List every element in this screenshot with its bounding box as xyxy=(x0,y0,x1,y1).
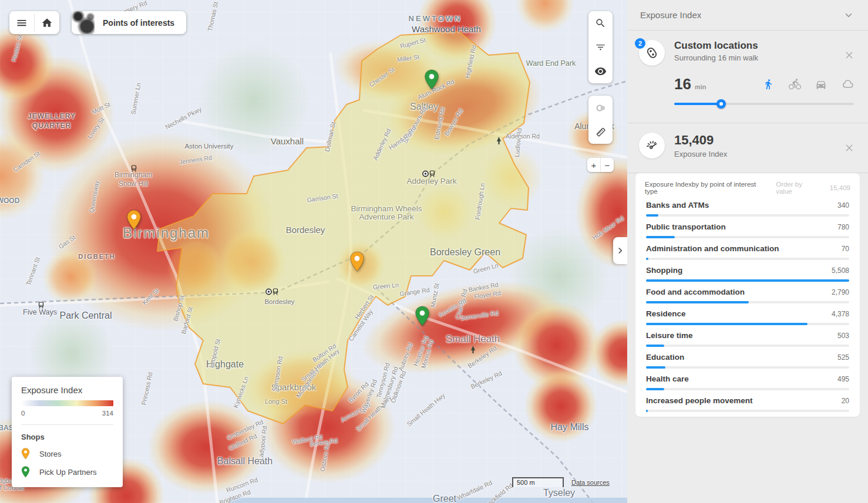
legend-gradient-bar xyxy=(21,400,113,406)
map-canvas[interactable]: NEWTOWNWashwood HeathWard End ParkSaltle… xyxy=(0,0,627,503)
store-pin[interactable] xyxy=(350,251,365,272)
car-icon xyxy=(815,79,827,90)
filter-button[interactable] xyxy=(588,35,613,59)
pins-cluster-icon xyxy=(645,46,659,60)
poi-progress-fill xyxy=(646,410,648,412)
map-legend: Exposure Index 0 314 Shops StoresPick Up… xyxy=(12,377,123,487)
order-by-value[interactable]: Order by value xyxy=(776,181,818,195)
legend-item: Pick Up Partners xyxy=(21,466,113,478)
custom-locations-section: 2 Custom locations Surrounding 16 min wa… xyxy=(627,31,868,123)
toggle-layers-button[interactable] xyxy=(588,96,613,120)
minutes-value: 16 xyxy=(674,75,691,93)
poi-row[interactable]: Food and accommodation2,790 xyxy=(645,282,850,303)
exposure-stat-section: 15,409 Exposure Index xyxy=(627,123,868,173)
poi-label: Leisure time xyxy=(646,331,837,340)
poi-value: 780 xyxy=(837,223,849,231)
bike-mode-button[interactable] xyxy=(788,78,801,91)
filter-icon xyxy=(595,42,606,53)
cloud-icon xyxy=(842,78,854,90)
poi-row[interactable]: Residence4,378 xyxy=(645,303,850,325)
legend-item-label: Stores xyxy=(39,450,62,458)
side-panel: Exposure Index 2 Custom locations Surrou… xyxy=(627,0,868,503)
poi-label: Administration and communication xyxy=(646,244,842,253)
map-toolbar xyxy=(9,11,59,34)
cloud-mode-button[interactable] xyxy=(841,78,854,91)
minutes-unit: min xyxy=(695,83,706,90)
poi-label: Increased people movement xyxy=(646,396,842,405)
pin-icon xyxy=(21,448,30,460)
close-icon xyxy=(845,50,854,60)
exposure-index-value: 15,409 xyxy=(674,133,854,148)
poi-row[interactable]: Shopping5,508 xyxy=(645,260,850,282)
pickup-partner-pin[interactable] xyxy=(415,306,430,326)
poi-value: 4,378 xyxy=(832,310,849,318)
poi-row[interactable]: Education525 xyxy=(645,347,850,369)
search-icon xyxy=(595,18,606,29)
active-layer-chip[interactable]: Points of interests xyxy=(72,11,186,34)
zoom-control: + − xyxy=(587,158,614,172)
car-mode-button[interactable] xyxy=(815,78,827,91)
slider-thumb[interactable] xyxy=(716,99,726,109)
poi-row[interactable]: Health care495 xyxy=(645,369,850,390)
poi-row[interactable]: Administration and communication70 xyxy=(645,238,850,260)
tree-icon xyxy=(496,137,502,144)
poi-list-card: Exposure Indexby by point of interest ty… xyxy=(635,173,860,417)
rail-station-icon xyxy=(38,302,45,309)
search-button[interactable] xyxy=(588,11,613,35)
layer-title: Points of interests xyxy=(95,18,186,28)
menu-button[interactable] xyxy=(9,11,34,34)
rail-station-icon xyxy=(422,170,436,178)
app: NEWTOWNWashwood HeathWard End ParkSaltle… xyxy=(0,0,868,503)
panel-collapse-handle[interactable] xyxy=(613,237,627,264)
poi-row[interactable]: Increased people movement20 xyxy=(645,390,850,412)
poi-row[interactable]: Public transportation780 xyxy=(645,217,850,238)
legend-title: Exposure Index xyxy=(21,385,113,395)
home-button[interactable] xyxy=(35,11,59,34)
poi-value: 2,790 xyxy=(832,288,849,296)
zoom-in-button[interactable]: + xyxy=(587,158,601,172)
poi-value: 5,508 xyxy=(832,266,849,275)
transport-modes xyxy=(762,78,854,91)
bike-icon xyxy=(789,78,801,90)
poi-row[interactable]: Leisure time503 xyxy=(645,325,850,347)
ruler-icon xyxy=(594,126,607,139)
home-icon xyxy=(41,17,53,29)
map-road-strip xyxy=(229,498,627,503)
walk-icon xyxy=(763,79,774,90)
close-exposure-stat-button[interactable] xyxy=(843,142,855,154)
poi-list-total: 15,409 xyxy=(830,184,850,191)
poi-label: Banks and ATMs xyxy=(646,201,837,210)
minutes-slider[interactable] xyxy=(674,99,854,109)
poi-value: 20 xyxy=(842,397,849,405)
exposure-stat-avatar xyxy=(639,133,665,158)
measure-button[interactable] xyxy=(588,120,613,144)
poi-value: 503 xyxy=(837,332,849,340)
chevron-right-icon xyxy=(616,247,624,255)
slider-fill xyxy=(674,103,721,105)
walk-mode-button[interactable] xyxy=(762,78,775,91)
visibility-button[interactable] xyxy=(588,59,613,83)
close-custom-locations-button[interactable] xyxy=(843,49,855,61)
store-pin[interactable] xyxy=(127,210,142,230)
gauge-icon xyxy=(645,139,659,153)
legend-max: 314 xyxy=(102,410,113,417)
custom-locations-title: Custom locations xyxy=(674,40,854,52)
panel-header[interactable]: Exposure Index xyxy=(627,0,868,31)
poi-value: 340 xyxy=(837,201,849,210)
pickup-partner-pin[interactable] xyxy=(425,69,439,90)
chevron-down-icon xyxy=(843,10,854,21)
poi-label: Education xyxy=(646,353,837,362)
poi-value: 525 xyxy=(837,353,849,362)
close-icon xyxy=(845,143,854,153)
pin-icon xyxy=(21,466,30,478)
poi-label: Residence xyxy=(646,309,832,318)
tree-icon xyxy=(470,346,476,353)
panel-title: Exposure Index xyxy=(640,10,843,20)
custom-locations-subtitle: Surrounding 16 min walk xyxy=(674,53,854,62)
legend-divider xyxy=(21,424,113,425)
zoom-out-button[interactable]: − xyxy=(601,158,614,172)
poi-row[interactable]: Banks and ATMs340 xyxy=(645,195,850,217)
legend-items: StoresPick Up Partners xyxy=(21,448,113,478)
poi-rows: Banks and ATMs340Public transportation78… xyxy=(645,195,850,412)
data-sources-link[interactable]: Data sources xyxy=(571,479,610,486)
